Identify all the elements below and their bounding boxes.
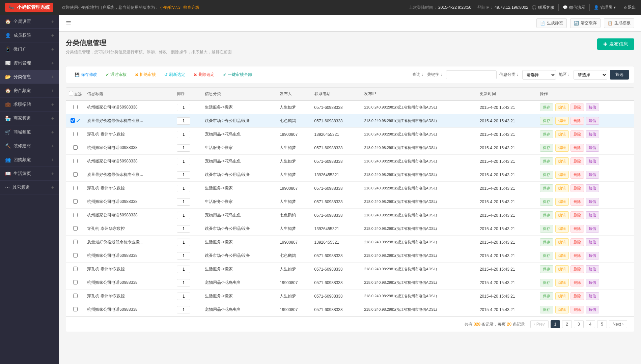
page-1-btn[interactable]: 1	[551, 320, 560, 328]
save-btn[interactable]: 💾 保存修改	[71, 70, 101, 79]
row-delete-btn[interactable]: 删除	[570, 157, 584, 165]
row-edit-btn[interactable]: 编辑	[555, 144, 569, 152]
contact-btn[interactable]: 🎧 联系客服	[532, 5, 554, 10]
sidebar-plus-icon[interactable]: +	[51, 116, 54, 121]
row-msg-btn[interactable]: 短信	[586, 117, 599, 125]
row-edit-btn[interactable]: 编辑	[555, 225, 569, 233]
row-edit-btn[interactable]: 编辑	[555, 198, 569, 206]
sidebar-item-weimen[interactable]: 📱 微门户 +	[0, 42, 59, 56]
row-checkbox[interactable]	[73, 172, 78, 177]
gen-template-btn[interactable]: 📋 生成模板	[604, 18, 634, 28]
row-delete-btn[interactable]: 删除	[570, 279, 584, 286]
row-edit-btn[interactable]: 编辑	[555, 117, 569, 125]
rank-input[interactable]	[177, 144, 190, 152]
row-edit-btn[interactable]: 编辑	[555, 171, 569, 179]
sidebar-item-shangjia[interactable]: 🏪 商家频道 +	[0, 112, 59, 125]
sidebar-item-chengyuan[interactable]: 👤 成员权限 +	[0, 29, 59, 42]
page-3-btn[interactable]: 3	[574, 320, 584, 328]
row-delete-btn[interactable]: 删除	[570, 171, 584, 179]
sidebar-plus-icon[interactable]: +	[51, 74, 54, 80]
region-select[interactable]: 请选择	[574, 70, 607, 80]
row-save-btn[interactable]: 保存	[540, 292, 553, 300]
row-msg-btn[interactable]: 短信	[586, 292, 599, 300]
row-edit-btn[interactable]: 编辑	[555, 279, 569, 286]
row-delete-btn[interactable]: 删除	[570, 130, 584, 138]
row-edit-btn[interactable]: 编辑	[555, 103, 569, 111]
row-save-btn[interactable]: 保存	[540, 184, 553, 192]
publish-btn[interactable]: ✚ 发布信息	[597, 38, 634, 50]
row-checkbox[interactable]	[73, 186, 78, 190]
row-checkbox[interactable]	[73, 159, 78, 163]
next-btn[interactable]: Next ›	[609, 320, 627, 328]
page-5-btn[interactable]: 5	[597, 320, 607, 328]
row-delete-btn[interactable]: 删除	[570, 225, 584, 233]
row-checkbox[interactable]	[73, 307, 78, 311]
admin-btn[interactable]: 👤 管理员 ▾	[594, 5, 616, 10]
row-msg-btn[interactable]: 短信	[586, 103, 599, 111]
sidebar-plus-icon[interactable]: +	[51, 33, 54, 38]
row-edit-btn[interactable]: 编辑	[555, 184, 569, 192]
rank-input[interactable]	[177, 158, 190, 165]
generate-static-btn[interactable]: 📄 生成静态	[536, 18, 567, 28]
row-msg-btn[interactable]: 短信	[586, 184, 599, 192]
row-checkbox[interactable]	[73, 280, 78, 284]
rank-input[interactable]	[177, 266, 190, 273]
filter-btn[interactable]: 筛选	[610, 70, 629, 80]
keyword-input[interactable]	[446, 70, 497, 79]
row-msg-btn[interactable]: 短信	[586, 279, 599, 286]
rank-input[interactable]	[177, 212, 190, 219]
row-msg-btn[interactable]: 短信	[586, 171, 599, 179]
row-checkbox[interactable]	[73, 267, 78, 271]
row-msg-btn[interactable]: 短信	[586, 238, 599, 246]
sidebar-plus-icon[interactable]: +	[51, 47, 54, 52]
row-checkbox[interactable]	[73, 132, 78, 136]
row-delete-btn[interactable]: 删除	[570, 103, 584, 111]
row-save-btn[interactable]: 保存	[540, 265, 553, 273]
row-save-btn[interactable]: 保存	[540, 252, 553, 260]
row-edit-btn[interactable]: 编辑	[555, 265, 569, 273]
row-delete-btn[interactable]: 删除	[570, 265, 584, 273]
row-checkbox[interactable]	[73, 105, 78, 109]
sidebar-plus-icon[interactable]: +	[51, 171, 54, 176]
row-checkbox[interactable]	[73, 240, 78, 244]
row-save-btn[interactable]: 保存	[540, 157, 553, 165]
delete-btn[interactable]: ✖ 删除选定	[190, 70, 218, 79]
sidebar-item-quanju[interactable]: 🏠 全局设置 +	[0, 15, 59, 29]
sidebar-item-qita[interactable]: ⋯ 其它频道 +	[0, 181, 59, 194]
row-msg-btn[interactable]: 短信	[586, 225, 599, 233]
row-msg-btn[interactable]: 短信	[586, 252, 599, 260]
refresh-btn[interactable]: ↺ 刷新选定	[161, 70, 189, 79]
row-msg-btn[interactable]: 短信	[586, 306, 599, 313]
row-edit-btn[interactable]: 编辑	[555, 292, 569, 300]
row-save-btn[interactable]: 保存	[540, 306, 553, 313]
row-msg-btn[interactable]: 短信	[586, 198, 599, 206]
select-all-checkbox[interactable]	[69, 91, 73, 95]
sidebar-plus-icon[interactable]: +	[51, 19, 54, 24]
rank-input[interactable]	[177, 171, 190, 179]
prev-btn[interactable]: ‹ Prev	[530, 320, 549, 328]
category-select[interactable]: 请选择	[522, 70, 556, 80]
row-save-btn[interactable]: 保存	[540, 171, 553, 179]
rank-input[interactable]	[177, 293, 190, 300]
row-checkbox[interactable]	[73, 226, 78, 231]
sidebar-item-zhuangxiu[interactable]: 🔨 装修建材 +	[0, 139, 59, 153]
rank-input[interactable]	[177, 225, 190, 233]
row-save-btn[interactable]: 保存	[540, 238, 553, 246]
row-checkbox[interactable]	[73, 213, 78, 217]
sidebar-item-qiuzhi[interactable]: 💼 求职招聘 +	[0, 98, 59, 112]
row-edit-btn[interactable]: 编辑	[555, 252, 569, 260]
row-msg-btn[interactable]: 短信	[586, 130, 599, 138]
row-msg-btn[interactable]: 短信	[586, 211, 599, 219]
row-save-btn[interactable]: 保存	[540, 144, 553, 152]
hamburger-btn[interactable]: ☰	[66, 20, 71, 27]
row-edit-btn[interactable]: 编辑	[555, 211, 569, 219]
row-checkbox[interactable]	[73, 294, 78, 298]
rank-input[interactable]	[177, 185, 190, 192]
upgrade-link[interactable]: 检查升级	[183, 5, 199, 10]
row-save-btn[interactable]: 保存	[540, 130, 553, 138]
row-delete-btn[interactable]: 删除	[570, 198, 584, 206]
row-delete-btn[interactable]: 删除	[570, 144, 584, 152]
sidebar-item-zixun[interactable]: 📰 资讯管理 +	[0, 56, 59, 70]
row-save-btn[interactable]: 保存	[540, 103, 553, 111]
wechat-btn[interactable]: 💬 微信演示	[563, 5, 585, 10]
